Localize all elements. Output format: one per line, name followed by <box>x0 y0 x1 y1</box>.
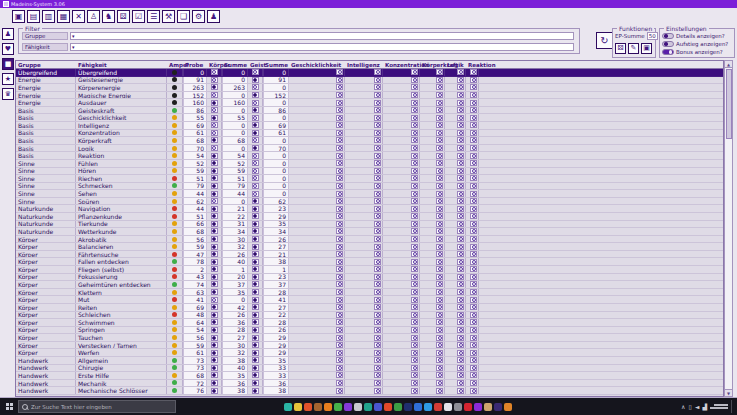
volume-icon[interactable]: ◄ <box>695 398 700 415</box>
logik-radio[interactable] <box>459 222 463 226</box>
geschicklichkeit-radio[interactable] <box>338 320 342 324</box>
geschicklichkeit-radio[interactable] <box>338 373 342 377</box>
reaktion-radio[interactable] <box>472 146 476 150</box>
table-row[interactable]: Körper Verstecken / Tarnen 59 30 29 <box>16 342 723 350</box>
geschicklichkeit-radio[interactable] <box>338 176 342 180</box>
geschicklichkeit-radio[interactable] <box>338 161 342 165</box>
geschicklichkeit-radio[interactable] <box>338 101 342 105</box>
koerper-radio[interactable] <box>212 154 216 158</box>
konzentration-radio[interactable] <box>413 222 417 226</box>
logik-radio[interactable] <box>459 199 463 203</box>
reaktion-radio[interactable] <box>472 78 476 82</box>
konzentration-radio[interactable] <box>413 282 417 286</box>
reaktion-radio[interactable] <box>472 245 476 249</box>
geist-radio[interactable] <box>253 131 257 135</box>
konzentration-radio[interactable] <box>413 358 417 362</box>
reaktion-radio[interactable] <box>472 222 476 226</box>
intelligenz-radio[interactable] <box>376 328 380 332</box>
geschicklichkeit-radio[interactable] <box>338 93 342 97</box>
table-row[interactable]: Körper Werfen 61 32 29 <box>16 349 723 357</box>
koerper-radio[interactable] <box>212 252 216 256</box>
intelligenz-radio[interactable] <box>376 146 380 150</box>
geschicklichkeit-radio[interactable] <box>338 389 342 393</box>
geist-radio[interactable] <box>253 381 257 385</box>
geist-radio[interactable] <box>253 358 257 362</box>
scroll-down-icon[interactable]: ▼ <box>725 389 732 396</box>
geist-radio[interactable] <box>253 138 257 142</box>
geist-radio[interactable] <box>253 192 257 196</box>
reaktion-radio[interactable] <box>472 108 476 112</box>
logik-radio[interactable] <box>459 290 463 294</box>
table-icon[interactable]: ▦ <box>57 10 70 23</box>
intelligenz-radio[interactable] <box>376 192 380 196</box>
koerper-radio[interactable] <box>212 131 216 135</box>
intelligenz-radio[interactable] <box>376 169 380 173</box>
koerperkraft-radio[interactable] <box>438 305 442 309</box>
intelligenz-radio[interactable] <box>376 199 380 203</box>
konzentration-radio[interactable] <box>413 298 417 302</box>
reaktion-radio[interactable] <box>472 237 476 241</box>
geschicklichkeit-radio[interactable] <box>338 207 342 211</box>
taskbar-app-icon[interactable] <box>364 403 372 411</box>
reaktion-radio[interactable] <box>472 184 476 188</box>
intelligenz-radio[interactable] <box>376 222 380 226</box>
geist-radio[interactable] <box>253 101 257 105</box>
table-row[interactable]: Sinne Schmecken 79 79 0 <box>16 183 723 191</box>
koerperkraft-radio[interactable] <box>438 267 442 271</box>
table-row[interactable]: Sinne Riechen 51 51 0 <box>16 175 723 183</box>
column-header-konzentration[interactable]: Konzentration <box>383 61 420 68</box>
intelligenz-radio[interactable] <box>376 78 380 82</box>
koerper-radio[interactable] <box>212 78 216 82</box>
logik-radio[interactable] <box>459 138 463 142</box>
koerper-radio[interactable] <box>212 381 216 385</box>
battery-icon[interactable]: ▯ <box>688 398 691 415</box>
reaktion-radio[interactable] <box>472 169 476 173</box>
taskbar-app-icon[interactable] <box>414 403 422 411</box>
logik-radio[interactable] <box>459 131 463 135</box>
dice-grid-icon[interactable]: ⚄ <box>615 43 626 54</box>
koerperkraft-radio[interactable] <box>438 260 442 264</box>
koerperkraft-radio[interactable] <box>438 237 442 241</box>
taskbar-app-icon[interactable] <box>464 403 472 411</box>
column-header-summe[interactable]: Summe <box>222 61 248 68</box>
koerper-radio[interactable] <box>212 93 216 97</box>
koerper-radio[interactable] <box>212 222 216 226</box>
table-row[interactable]: Körper Springen 54 28 26 <box>16 327 723 335</box>
geist-radio[interactable] <box>253 108 257 112</box>
column-header-ampel[interactable]: Ampel <box>167 61 183 68</box>
koerper-radio[interactable] <box>212 116 216 120</box>
logik-radio[interactable] <box>459 320 463 324</box>
konzentration-radio[interactable] <box>413 108 417 112</box>
geschicklichkeit-radio[interactable] <box>338 85 342 89</box>
koerperkraft-radio[interactable] <box>438 229 442 233</box>
koerper-radio[interactable] <box>212 328 216 332</box>
koerperkraft-radio[interactable] <box>438 298 442 302</box>
geschicklichkeit-radio[interactable] <box>338 260 342 264</box>
intelligenz-radio[interactable] <box>376 260 380 264</box>
logik-radio[interactable] <box>459 192 463 196</box>
portrait-icon[interactable]: ▣ <box>12 10 25 23</box>
stats-icon[interactable]: ☰ <box>147 10 160 23</box>
table-row[interactable]: Sinne Sehen 44 44 0 <box>16 190 723 198</box>
logik-radio[interactable] <box>459 237 463 241</box>
table-row[interactable]: Körper Fährtensuche 47 26 21 <box>16 251 723 259</box>
konzentration-radio[interactable] <box>413 85 417 89</box>
geist-radio[interactable] <box>253 320 257 324</box>
reaktion-radio[interactable] <box>472 298 476 302</box>
taskbar-app-icon[interactable] <box>304 403 312 411</box>
table-row[interactable]: Handwerk Allgemein 73 38 35 <box>16 357 723 365</box>
koerperkraft-radio[interactable] <box>438 154 442 158</box>
konzentration-radio[interactable] <box>413 313 417 317</box>
logik-radio[interactable] <box>459 358 463 362</box>
column-header-geschicklichkeit[interactable]: Geschicklichkeit <box>289 61 345 68</box>
taskbar-app-icon[interactable] <box>394 403 402 411</box>
koerper-radio[interactable] <box>212 343 216 347</box>
bonus-toggle[interactable] <box>662 49 674 55</box>
logik-radio[interactable] <box>459 146 463 150</box>
geschicklichkeit-radio[interactable] <box>338 267 342 271</box>
intelligenz-radio[interactable] <box>376 161 380 165</box>
reaktion-radio[interactable] <box>472 343 476 347</box>
koerperkraft-radio[interactable] <box>438 290 442 294</box>
intelligenz-radio[interactable] <box>376 101 380 105</box>
titlebar[interactable]: Madeins-System 3.06 <box>0 0 737 8</box>
